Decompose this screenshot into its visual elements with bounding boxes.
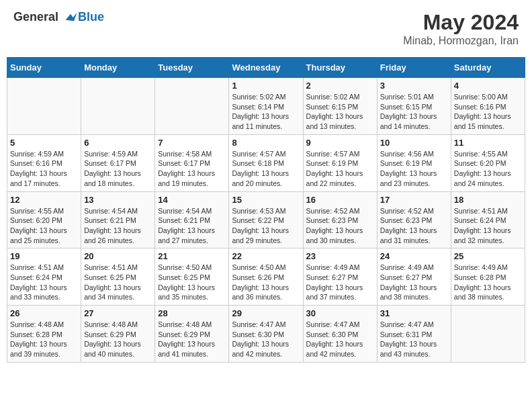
cell-sunrise: Sunrise: 4:55 AM	[454, 150, 508, 158]
calendar-cell: 1Sunrise: 5:02 AMSunset: 6:14 PMDaylight…	[229, 78, 303, 135]
cell-sunset: Sunset: 6:30 PM	[306, 330, 359, 338]
cell-sunrise: Sunrise: 4:57 AM	[306, 150, 360, 158]
cell-sunset: Sunset: 6:28 PM	[454, 273, 506, 281]
main-title: May 2024	[403, 10, 519, 35]
cell-daylight: Daylight: 13 hours and 41 minutes.	[158, 340, 215, 358]
calendar-cell: 18Sunrise: 4:51 AMSunset: 6:24 PMDayligh…	[451, 191, 525, 248]
cell-daylight: Daylight: 13 hours and 19 minutes.	[158, 169, 215, 187]
cell-sunrise: Sunrise: 4:54 AM	[158, 207, 212, 215]
calendar-cell: 27Sunrise: 4:48 AMSunset: 6:29 PMDayligh…	[81, 306, 155, 363]
cell-daylight: Daylight: 13 hours and 39 minutes.	[10, 340, 67, 358]
cell-daylight: Daylight: 13 hours and 35 minutes.	[158, 283, 215, 302]
cell-sunrise: Sunrise: 4:50 AM	[158, 263, 212, 271]
title-block: May 2024 Minab, Hormozgan, Iran	[403, 10, 519, 47]
calendar-cell: 20Sunrise: 4:51 AMSunset: 6:25 PMDayligh…	[81, 248, 155, 306]
calendar-cell: 7Sunrise: 4:58 AMSunset: 6:17 PMDaylight…	[155, 134, 229, 191]
cell-daylight: Daylight: 13 hours and 26 minutes.	[84, 226, 141, 244]
cell-sunrise: Sunrise: 4:50 AM	[232, 263, 285, 271]
logo-text-general: General	[13, 10, 58, 24]
calendar-cell	[155, 78, 229, 135]
cell-sunset: Sunset: 6:14 PM	[232, 103, 284, 111]
calendar-cell: 15Sunrise: 4:53 AMSunset: 6:22 PMDayligh…	[229, 191, 303, 248]
cell-daylight: Daylight: 13 hours and 27 minutes.	[158, 226, 215, 244]
calendar-cell: 26Sunrise: 4:48 AMSunset: 6:28 PMDayligh…	[7, 306, 81, 363]
calendar-cell: 22Sunrise: 4:50 AMSunset: 6:26 PMDayligh…	[229, 248, 303, 306]
calendar-week-row: 12Sunrise: 4:55 AMSunset: 6:20 PMDayligh…	[7, 191, 525, 248]
cell-sunrise: Sunrise: 4:51 AM	[84, 263, 138, 271]
page-header: General Blue May 2024 Minab, Hormozgan, …	[7, 7, 525, 50]
cell-daylight: Daylight: 13 hours and 18 minutes.	[84, 169, 141, 187]
cell-sunset: Sunset: 6:18 PM	[232, 159, 284, 167]
column-header-saturday: Saturday	[451, 58, 525, 78]
day-number: 16	[306, 195, 374, 205]
cell-daylight: Daylight: 13 hours and 11 minutes.	[232, 112, 289, 130]
cell-sunset: Sunset: 6:21 PM	[158, 216, 210, 224]
sub-title: Minab, Hormozgan, Iran	[403, 35, 519, 47]
cell-sunset: Sunset: 6:24 PM	[10, 273, 62, 281]
cell-sunrise: Sunrise: 5:01 AM	[380, 93, 434, 101]
day-number: 19	[10, 251, 78, 261]
calendar-week-row: 26Sunrise: 4:48 AMSunset: 6:28 PMDayligh…	[7, 306, 525, 363]
day-number: 1	[232, 81, 300, 91]
cell-sunrise: Sunrise: 5:00 AM	[454, 93, 508, 101]
cell-sunset: Sunset: 6:29 PM	[158, 330, 210, 338]
calendar-cell: 31Sunrise: 4:47 AMSunset: 6:31 PMDayligh…	[377, 306, 451, 363]
cell-sunrise: Sunrise: 4:55 AM	[10, 207, 64, 215]
calendar-week-row: 19Sunrise: 4:51 AMSunset: 6:24 PMDayligh…	[7, 248, 525, 306]
calendar-cell	[81, 78, 155, 135]
calendar-cell: 17Sunrise: 4:52 AMSunset: 6:23 PMDayligh…	[377, 191, 451, 248]
cell-sunrise: Sunrise: 4:49 AM	[454, 263, 508, 271]
day-number: 29	[232, 308, 300, 318]
cell-sunset: Sunset: 6:27 PM	[306, 273, 359, 281]
cell-sunrise: Sunrise: 4:47 AM	[380, 320, 434, 328]
cell-daylight: Daylight: 13 hours and 33 minutes.	[10, 283, 67, 302]
day-number: 20	[84, 251, 152, 261]
cell-sunset: Sunset: 6:16 PM	[454, 103, 506, 111]
cell-sunrise: Sunrise: 4:51 AM	[10, 263, 64, 271]
calendar-cell	[7, 78, 81, 135]
cell-sunset: Sunset: 6:23 PM	[380, 216, 433, 224]
column-header-tuesday: Tuesday	[155, 58, 229, 78]
cell-daylight: Daylight: 13 hours and 24 minutes.	[454, 169, 511, 187]
cell-sunset: Sunset: 6:21 PM	[84, 216, 136, 224]
logo-bird-icon	[63, 10, 78, 25]
day-number: 21	[158, 251, 226, 261]
cell-sunset: Sunset: 6:20 PM	[10, 216, 62, 224]
day-number: 13	[84, 195, 152, 205]
cell-daylight: Daylight: 13 hours and 43 minutes.	[380, 340, 437, 358]
cell-sunrise: Sunrise: 4:48 AM	[84, 320, 138, 328]
day-number: 25	[454, 251, 522, 261]
calendar-cell: 30Sunrise: 4:47 AMSunset: 6:30 PMDayligh…	[303, 306, 377, 363]
cell-sunset: Sunset: 6:27 PM	[380, 273, 433, 281]
calendar-cell: 14Sunrise: 4:54 AMSunset: 6:21 PMDayligh…	[155, 191, 229, 248]
cell-sunrise: Sunrise: 4:52 AM	[306, 207, 360, 215]
calendar-cell: 16Sunrise: 4:52 AMSunset: 6:23 PMDayligh…	[303, 191, 377, 248]
day-number: 28	[158, 308, 226, 318]
column-header-monday: Monday	[81, 58, 155, 78]
cell-sunset: Sunset: 6:15 PM	[380, 103, 433, 111]
day-number: 8	[232, 138, 300, 148]
cell-sunrise: Sunrise: 4:49 AM	[380, 263, 434, 271]
day-number: 31	[380, 308, 448, 318]
cell-sunrise: Sunrise: 4:48 AM	[158, 320, 212, 328]
calendar-cell: 5Sunrise: 4:59 AMSunset: 6:16 PMDaylight…	[7, 134, 81, 191]
cell-daylight: Daylight: 13 hours and 37 minutes.	[306, 283, 363, 302]
calendar-cell: 11Sunrise: 4:55 AMSunset: 6:20 PMDayligh…	[451, 134, 525, 191]
cell-sunset: Sunset: 6:17 PM	[158, 159, 210, 167]
day-number: 26	[10, 308, 78, 318]
cell-daylight: Daylight: 13 hours and 23 minutes.	[380, 169, 437, 187]
cell-sunrise: Sunrise: 4:47 AM	[232, 320, 285, 328]
cell-sunrise: Sunrise: 4:49 AM	[306, 263, 360, 271]
cell-daylight: Daylight: 13 hours and 17 minutes.	[10, 169, 67, 187]
cell-daylight: Daylight: 13 hours and 38 minutes.	[454, 283, 511, 302]
cell-sunset: Sunset: 6:25 PM	[158, 273, 210, 281]
day-number: 6	[84, 138, 152, 148]
cell-sunrise: Sunrise: 4:54 AM	[84, 207, 138, 215]
cell-daylight: Daylight: 13 hours and 22 minutes.	[306, 169, 363, 187]
cell-sunset: Sunset: 6:19 PM	[380, 159, 433, 167]
day-number: 18	[454, 195, 522, 205]
cell-sunset: Sunset: 6:31 PM	[380, 330, 433, 338]
cell-daylight: Daylight: 13 hours and 36 minutes.	[232, 283, 289, 302]
day-number: 17	[380, 195, 448, 205]
cell-daylight: Daylight: 13 hours and 42 minutes.	[306, 340, 363, 358]
